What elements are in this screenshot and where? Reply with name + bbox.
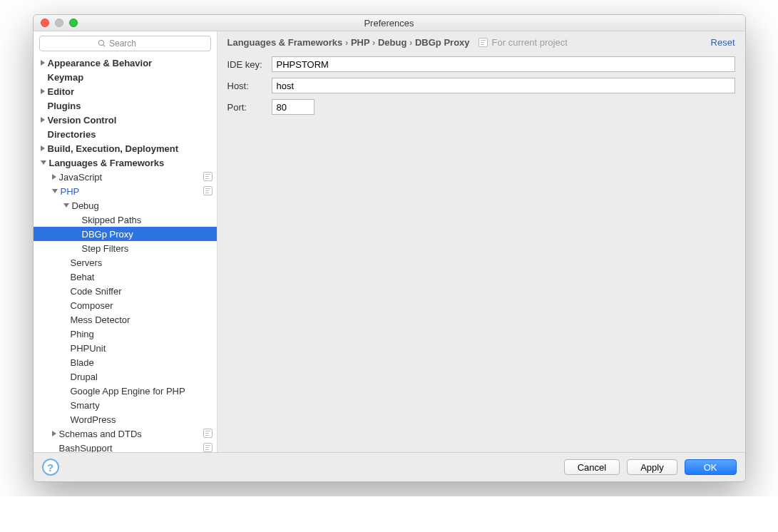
ok-button[interactable]: OK bbox=[685, 459, 737, 475]
tree-item[interactable]: Languages & Frameworks bbox=[34, 155, 217, 170]
search-field[interactable] bbox=[39, 36, 211, 51]
window-title: Preferences bbox=[34, 18, 745, 29]
tree-item[interactable]: Google App Engine for PHP bbox=[34, 384, 217, 398]
tree-item[interactable]: Debug bbox=[34, 198, 217, 213]
sidebar: Appearance & BehaviorKeymapEditorPlugins… bbox=[34, 31, 217, 452]
tree-item[interactable]: Code Sniffer bbox=[34, 284, 217, 298]
titlebar: Preferences bbox=[34, 15, 745, 31]
help-icon[interactable]: ? bbox=[42, 459, 59, 476]
preferences-window: Preferences Appearance & BehaviorKeymapE… bbox=[33, 14, 746, 482]
close-icon[interactable] bbox=[41, 19, 49, 27]
search-icon bbox=[98, 39, 106, 48]
tree-item[interactable]: Editor bbox=[34, 84, 217, 98]
tree-item-label: PHP bbox=[61, 186, 80, 197]
tree-item[interactable]: Drupal bbox=[34, 369, 217, 384]
main-panel: Languages & Frameworks › PHP › Debug › D… bbox=[217, 31, 745, 452]
tree-item[interactable]: Plugins bbox=[34, 98, 217, 113]
tree-item-label: Behat bbox=[71, 272, 95, 282]
tree-item[interactable]: Step Filters bbox=[34, 241, 217, 255]
tree-item[interactable]: PHPUnit bbox=[34, 341, 217, 355]
search-input[interactable] bbox=[109, 39, 152, 48]
apply-button[interactable]: Apply bbox=[627, 459, 677, 475]
settings-form: IDE key: Host: Port: bbox=[217, 52, 745, 125]
tree-item[interactable]: Keymap bbox=[34, 70, 217, 84]
tree-item-label: Drupal bbox=[71, 372, 98, 382]
tree-item[interactable]: Skipped Paths bbox=[34, 213, 217, 227]
tree-item-label: DBGp Proxy bbox=[82, 229, 133, 240]
reset-link[interactable]: Reset bbox=[711, 37, 735, 48]
port-label: Port: bbox=[227, 102, 272, 113]
chevron-right-icon: › bbox=[342, 37, 351, 48]
tree-item-label: Keymap bbox=[48, 72, 84, 83]
tree-item-label: Composer bbox=[71, 300, 113, 311]
tree-item[interactable]: Appearance & Behavior bbox=[34, 56, 217, 70]
tree-item[interactable]: WordPress bbox=[34, 412, 217, 426]
tree-item[interactable]: PHP bbox=[34, 184, 217, 198]
ide-key-label: IDE key: bbox=[227, 59, 272, 70]
ide-key-input[interactable] bbox=[272, 56, 735, 72]
chevron-right-icon bbox=[52, 174, 56, 180]
breadcrumb: Languages & Frameworks › PHP › Debug › D… bbox=[217, 31, 745, 52]
tree-item-label: Appearance & Behavior bbox=[48, 58, 153, 68]
project-scope-icon bbox=[203, 172, 213, 181]
tree-item-label: JavaScript bbox=[59, 172, 103, 183]
tree-item[interactable]: Behat bbox=[34, 270, 217, 284]
tree-item-label: WordPress bbox=[71, 414, 116, 425]
tree-item-label: Skipped Paths bbox=[82, 215, 142, 225]
tree-item-label: Build, Execution, Deployment bbox=[48, 143, 178, 154]
breadcrumb-segment[interactable]: PHP bbox=[351, 37, 370, 48]
tree-item-label: Directories bbox=[48, 129, 96, 140]
tree-item[interactable]: Servers bbox=[34, 255, 217, 270]
breadcrumb-segment[interactable]: Debug bbox=[378, 37, 406, 48]
chevron-right-icon bbox=[52, 431, 56, 436]
chevron-down-icon bbox=[63, 203, 69, 208]
tree-item-label: Smarty bbox=[71, 400, 100, 411]
port-input[interactable] bbox=[272, 99, 314, 115]
tree-item[interactable]: Build, Execution, Deployment bbox=[34, 141, 217, 155]
tree-item-label: Step Filters bbox=[82, 243, 129, 254]
tree-item[interactable]: DBGp Proxy bbox=[34, 227, 217, 241]
dialog-footer: ? Cancel Apply OK bbox=[34, 452, 745, 481]
tree-item[interactable]: Directories bbox=[34, 127, 217, 141]
chevron-right-icon: › bbox=[406, 37, 415, 48]
zoom-icon[interactable] bbox=[69, 19, 78, 27]
settings-tree[interactable]: Appearance & BehaviorKeymapEditorPlugins… bbox=[34, 54, 217, 452]
tree-item-label: Servers bbox=[71, 257, 103, 268]
tree-item-label: Google App Engine for PHP bbox=[71, 386, 185, 397]
chevron-right-icon: › bbox=[369, 37, 378, 48]
project-scope-icon bbox=[203, 186, 213, 195]
host-input[interactable] bbox=[272, 78, 735, 93]
chevron-down-icon bbox=[41, 160, 46, 165]
tree-item-label: PHPUnit bbox=[71, 343, 106, 354]
tree-item-label: Phing bbox=[71, 329, 94, 339]
tree-item[interactable]: Blade bbox=[34, 355, 217, 369]
tree-item[interactable]: Mess Detector bbox=[34, 312, 217, 327]
tree-item[interactable]: Smarty bbox=[34, 398, 217, 412]
host-label: Host: bbox=[227, 81, 272, 91]
tree-item[interactable]: Phing bbox=[34, 327, 217, 341]
minimize-icon[interactable] bbox=[55, 19, 63, 27]
breadcrumb-segment[interactable]: Languages & Frameworks bbox=[227, 37, 343, 48]
tree-item[interactable]: Version Control bbox=[34, 113, 217, 127]
tree-item-label: Blade bbox=[71, 357, 94, 368]
tree-item[interactable]: Schemas and DTDs bbox=[34, 426, 217, 441]
tree-item-label: Code Sniffer bbox=[71, 286, 122, 297]
project-scope-icon bbox=[203, 443, 213, 452]
chevron-right-icon bbox=[41, 117, 45, 123]
tree-item[interactable]: Composer bbox=[34, 298, 217, 312]
window-controls bbox=[41, 19, 78, 27]
tree-item-label: Debug bbox=[72, 200, 99, 211]
tree-item-label: Version Control bbox=[48, 115, 117, 126]
project-scope-icon bbox=[478, 38, 488, 47]
tree-item-label: Mess Detector bbox=[71, 314, 130, 325]
tree-item-label: Editor bbox=[48, 86, 75, 97]
tree-item-label: Languages & Frameworks bbox=[49, 158, 165, 168]
tree-item[interactable]: BashSupport bbox=[34, 441, 217, 452]
tree-item[interactable]: JavaScript bbox=[34, 170, 217, 184]
scope-note: For current project bbox=[478, 37, 568, 48]
chevron-down-icon bbox=[52, 189, 58, 193]
chevron-right-icon bbox=[41, 145, 45, 151]
breadcrumb-segment: DBGp Proxy bbox=[415, 37, 470, 48]
cancel-button[interactable]: Cancel bbox=[564, 459, 620, 475]
tree-item-label: Schemas and DTDs bbox=[59, 429, 142, 439]
